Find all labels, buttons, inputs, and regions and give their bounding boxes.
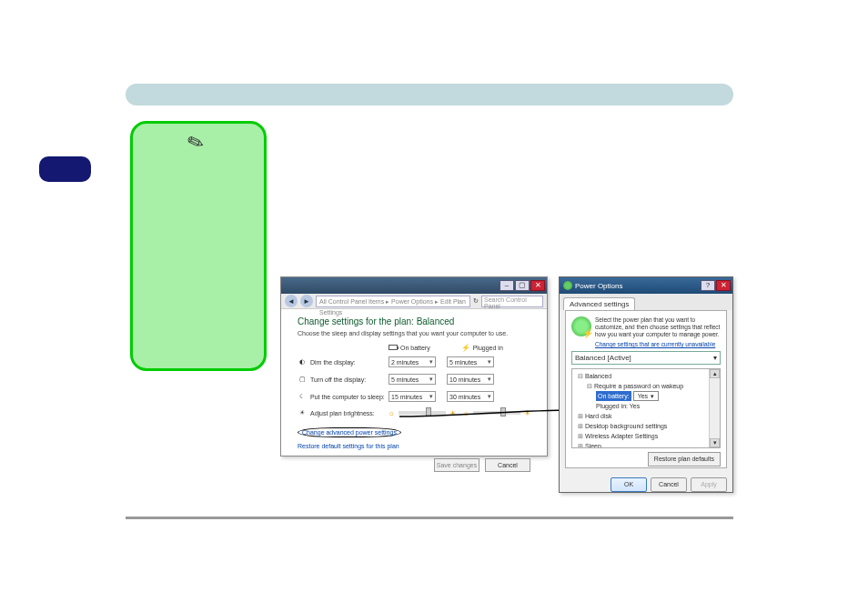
- row-sleep: ☾ Put the computer to sleep: 15 minutes …: [298, 391, 530, 402]
- sun-low-icon: ☼: [389, 409, 395, 417]
- col-on-battery: On battery: [389, 344, 430, 351]
- tree-hard-disk[interactable]: Hard disk: [585, 413, 612, 419]
- off-plugged-select[interactable]: 10 minutes: [447, 374, 494, 385]
- plug-icon: [461, 344, 470, 351]
- off-label: Turn off the display:: [310, 376, 389, 383]
- side-tab-pill: [39, 156, 91, 182]
- tree-scrollbar[interactable]: ▴ ▾: [709, 369, 720, 447]
- page-footer-rule: [126, 517, 733, 519]
- plan-dropdown[interactable]: Balanced [Active]: [571, 351, 721, 365]
- tree-plugged-in[interactable]: Plugged in: Yes: [572, 401, 720, 411]
- close-button[interactable]: ✕: [530, 280, 545, 291]
- forward-button[interactable]: ►: [300, 295, 313, 307]
- row-dim-display: ◐ Dim the display: 2 minutes 5 minutes: [298, 356, 530, 367]
- dim-battery-select[interactable]: 2 minutes: [389, 356, 436, 367]
- display-off-icon: ▢: [298, 375, 307, 384]
- pen-icon: ✎: [184, 129, 207, 157]
- cancel-button[interactable]: Cancel: [651, 477, 687, 492]
- cancel-button[interactable]: Cancel: [485, 458, 530, 472]
- dim-plugged-select[interactable]: 5 minutes: [447, 356, 494, 367]
- note-callout-box: ✎: [130, 121, 267, 371]
- back-button[interactable]: ◄: [285, 295, 298, 307]
- sleep-icon: ☾: [298, 392, 307, 401]
- refresh-icon[interactable]: ↻: [473, 297, 479, 305]
- off-battery-select[interactable]: 5 minutes: [389, 374, 436, 385]
- address-bar: ◄ ► All Control Panel Items ▸ Power Opti…: [281, 294, 547, 309]
- sun-high-icon: ☀: [449, 409, 456, 417]
- change-unavailable-link[interactable]: Change settings that are currently unava…: [595, 341, 721, 347]
- battery-icon: [389, 345, 398, 350]
- row-brightness: ☀ Adjust plan brightness: ☼ ☀ ☼ ☀: [298, 408, 530, 417]
- brightness-label: Adjust plan brightness:: [310, 410, 389, 416]
- tree-desktop-background[interactable]: Desktop background settings: [585, 423, 667, 429]
- power-plan-icon: [571, 316, 591, 336]
- ok-button[interactable]: OK: [611, 477, 647, 492]
- sleep-label: Put the computer to sleep:: [310, 394, 389, 400]
- power-options-dialog: Power Options ? ✕ Advanced settings Sele…: [559, 276, 733, 493]
- sun-high-icon-2: ☀: [524, 409, 530, 417]
- breadcrumb[interactable]: All Control Panel Items ▸ Power Options …: [316, 296, 470, 307]
- brightness-plugged-slider[interactable]: [473, 411, 520, 415]
- dialog-description: Select the power plan that you want to c…: [595, 316, 721, 337]
- col-plugged-in: Plugged in: [461, 344, 503, 351]
- titlebar: – ▢ ✕: [281, 277, 547, 294]
- screenshot-composite: – ▢ ✕ ◄ ► All Control Panel Items ▸ Powe…: [280, 276, 733, 493]
- tree-sleep[interactable]: Sleep: [585, 443, 601, 448]
- dim-icon: ◐: [298, 357, 307, 366]
- scroll-up-button[interactable]: ▴: [710, 369, 720, 378]
- tab-advanced-settings[interactable]: Advanced settings: [563, 297, 635, 310]
- page-title: Change settings for the plan: Balanced: [298, 316, 530, 326]
- section-header-bar: [126, 84, 733, 105]
- close-button[interactable]: ✕: [716, 280, 731, 291]
- power-options-icon: [563, 281, 572, 290]
- tree-require-password[interactable]: Require a password on wakeup: [594, 383, 683, 389]
- brightness-icon: ☀: [298, 408, 307, 417]
- search-input[interactable]: Search Control Panel: [481, 296, 543, 307]
- sleep-battery-select[interactable]: 15 minutes: [389, 391, 436, 402]
- restore-plan-defaults-button[interactable]: Restore plan defaults: [648, 452, 721, 467]
- tree-on-battery[interactable]: On battery:: [596, 391, 631, 401]
- dialog-title: Power Options: [575, 282, 622, 290]
- brightness-battery-slider[interactable]: [399, 411, 446, 415]
- dim-label: Dim the display:: [310, 359, 389, 366]
- edit-plan-window: – ▢ ✕ ◄ ► All Control Panel Items ▸ Powe…: [280, 276, 548, 456]
- minimize-button[interactable]: –: [500, 280, 514, 291]
- sun-low-icon-2: ☼: [463, 409, 469, 417]
- on-battery-value-select[interactable]: Yes: [633, 391, 659, 401]
- settings-tree[interactable]: ⊟Balanced ⊟Require a password on wakeup …: [571, 368, 721, 448]
- row-turn-off-display: ▢ Turn off the display: 5 minutes 10 min…: [298, 374, 530, 385]
- titlebar: Power Options ? ✕: [560, 277, 732, 294]
- maximize-button[interactable]: ▢: [515, 280, 530, 291]
- tree-wireless-adapter[interactable]: Wireless Adapter Settings: [585, 433, 658, 439]
- restore-defaults-link[interactable]: Restore default settings for this plan: [298, 443, 530, 449]
- tree-balanced[interactable]: Balanced: [585, 373, 611, 379]
- tab-strip: Advanced settings: [560, 294, 732, 310]
- save-changes-button[interactable]: Save changes: [434, 458, 479, 472]
- scroll-down-button[interactable]: ▾: [710, 438, 720, 447]
- help-button[interactable]: ?: [701, 280, 715, 291]
- apply-button[interactable]: Apply: [691, 477, 727, 492]
- sleep-plugged-select[interactable]: 30 minutes: [447, 391, 494, 402]
- page-subtitle: Choose the sleep and display settings th…: [298, 330, 530, 336]
- change-advanced-link[interactable]: Change advanced power settings: [298, 427, 401, 437]
